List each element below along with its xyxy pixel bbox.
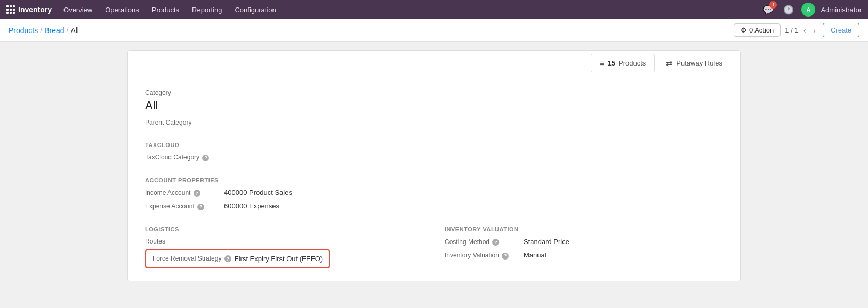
tab-products-count: 15 — [608, 59, 615, 67]
inventory-valuation-column: INVENTORY VALUATION Costing Method ? Sta… — [445, 226, 723, 268]
nav-item-overview[interactable]: Overview — [58, 4, 98, 16]
gear-icon: ⚙ — [741, 26, 747, 34]
prev-page-button[interactable]: ‹ — [801, 25, 809, 36]
notification-badge: 1 — [769, 1, 777, 9]
costing-method-row: Costing Method ? Standard Price — [445, 238, 723, 246]
inventory-valuation-help-icon[interactable]: ? — [502, 253, 509, 260]
grid-icon — [6, 5, 15, 14]
action-label: 0 Action — [749, 26, 774, 34]
create-button[interactable]: Create — [823, 23, 859, 37]
action-bar: Products / Bread / All ⚙ 0 Action 1 / 1 … — [0, 19, 868, 42]
top-navigation: Inventory Overview Operations Products R… — [0, 0, 868, 19]
breadcrumb: Products / Bread / All — [9, 26, 730, 35]
inventory-valuation-header: INVENTORY VALUATION — [445, 226, 723, 232]
breadcrumb-sep-2: / — [67, 26, 69, 35]
expense-account-value: 600000 Expenses — [224, 202, 279, 210]
putaway-icon: ⇄ — [666, 59, 673, 68]
nav-item-reporting[interactable]: Reporting — [187, 4, 227, 16]
expense-account-row: Expense Account ? 600000 Expenses — [145, 202, 723, 210]
income-account-value: 400000 Product Sales — [224, 189, 292, 197]
breadcrumb-sep-1: / — [40, 26, 42, 35]
tab-products-label: Products — [618, 59, 646, 67]
list-icon: ≡ — [600, 59, 605, 68]
force-removal-value: First Expiry First Out (FEFO) — [235, 255, 323, 263]
logistics-section-header: LOGISTICS — [145, 226, 423, 232]
category-section: Category All — [145, 89, 723, 112]
costing-method-label: Costing Method ? — [445, 238, 519, 246]
action-bar-right: ⚙ 0 Action 1 / 1 ‹ › Create — [734, 23, 859, 37]
income-account-help-icon[interactable]: ? — [194, 190, 200, 197]
tabs-bar: ≡ 15 Products ⇄ Putaway Rules — [128, 51, 740, 76]
taxcloud-section-header: TAXCLOUD — [145, 142, 723, 148]
tab-putaway-label: Putaway Rules — [676, 59, 722, 67]
form-card: ≡ 15 Products ⇄ Putaway Rules Category A… — [127, 50, 741, 281]
user-name[interactable]: Administrator — [821, 6, 862, 14]
taxcloud-help-icon[interactable]: ? — [202, 155, 209, 161]
category-value: All — [145, 99, 723, 112]
breadcrumb-all: All — [70, 26, 79, 35]
nav-item-configuration[interactable]: Configuration — [229, 4, 281, 16]
routes-label: Routes — [145, 238, 423, 245]
force-removal-help-icon[interactable]: ? — [224, 255, 231, 262]
inventory-valuation-row: Inventory Valuation ? Manual — [445, 251, 723, 260]
account-properties-header: ACCOUNT PROPERTIES — [145, 177, 723, 183]
clock-icon: 🕐 — [783, 5, 794, 15]
expense-account-help-icon[interactable]: ? — [197, 204, 204, 210]
costing-method-help-icon[interactable]: ? — [492, 239, 499, 246]
tab-putaway[interactable]: ⇄ Putaway Rules — [657, 54, 732, 73]
two-column-section: LOGISTICS Routes Force Removal Strategy … — [145, 226, 723, 268]
income-account-row: Income Account ? 400000 Product Sales — [145, 189, 723, 197]
tab-products[interactable]: ≡ 15 Products — [591, 54, 655, 72]
expense-account-label: Expense Account ? — [145, 202, 220, 210]
force-removal-box: Force Removal Strategy ? First Expiry Fi… — [145, 249, 330, 268]
app-name: Inventory — [18, 5, 52, 14]
nav-item-operations[interactable]: Operations — [100, 4, 144, 16]
costing-method-value: Standard Price — [524, 238, 569, 246]
income-account-label: Income Account ? — [145, 189, 220, 197]
breadcrumb-bread[interactable]: Bread — [44, 26, 64, 35]
action-button[interactable]: ⚙ 0 Action — [734, 23, 781, 37]
inventory-valuation-label: Inventory Valuation ? — [445, 252, 519, 260]
taxcloud-row: TaxCloud Category ? — [145, 153, 723, 161]
next-page-button[interactable]: › — [810, 25, 818, 36]
messages-button[interactable]: 💬 1 — [761, 2, 776, 17]
parent-category-row: Parent Category — [145, 119, 723, 126]
category-label: Category — [145, 89, 723, 96]
inventory-valuation-value: Manual — [524, 251, 546, 259]
parent-category-label: Parent Category — [145, 119, 220, 126]
pagination-label: 1 / 1 — [785, 26, 798, 34]
nav-right-area: 💬 1 🕐 A Administrator — [761, 2, 862, 17]
logistics-column: LOGISTICS Routes Force Removal Strategy … — [145, 226, 445, 268]
pagination: 1 / 1 ‹ › — [785, 25, 818, 36]
form-body: Category All Parent Category TAXCLOUD Ta… — [128, 76, 740, 281]
clock-button[interactable]: 🕐 — [781, 2, 796, 17]
nav-item-products[interactable]: Products — [147, 4, 184, 16]
app-logo[interactable]: Inventory — [6, 5, 52, 14]
avatar[interactable]: A — [801, 3, 815, 17]
force-removal-label: Force Removal Strategy ? — [152, 255, 231, 263]
breadcrumb-products[interactable]: Products — [9, 26, 38, 35]
main-content: ≡ 15 Products ⇄ Putaway Rules Category A… — [0, 42, 868, 290]
taxcloud-category-label: TaxCloud Category ? — [145, 153, 220, 161]
